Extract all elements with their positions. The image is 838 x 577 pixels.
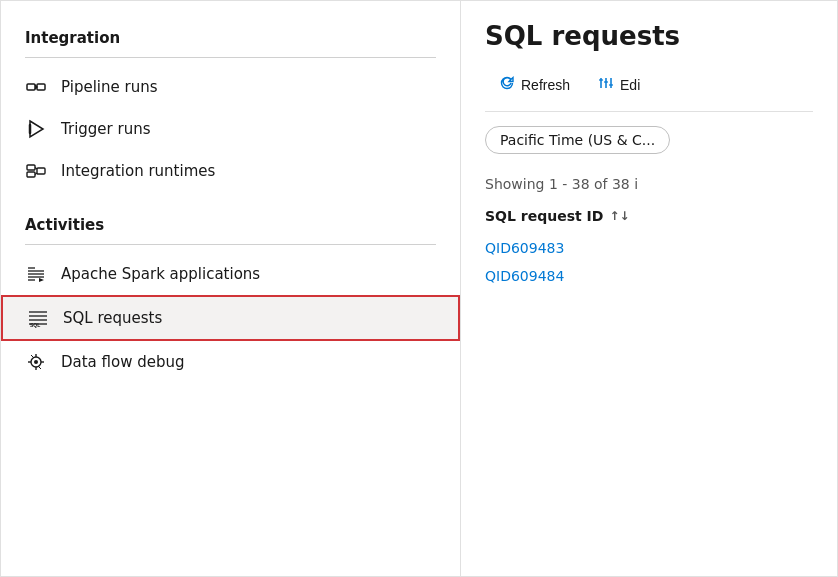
apache-spark-label: Apache Spark applications <box>61 265 260 283</box>
svg-rect-1 <box>37 84 45 90</box>
data-flow-debug-icon <box>25 351 47 373</box>
table-row: QID609484 <box>485 262 813 290</box>
svg-point-22 <box>34 360 38 364</box>
sidebar-item-trigger-runs[interactable]: Trigger runs <box>1 108 460 150</box>
columns-icon <box>598 75 614 95</box>
sql-request-link-1[interactable]: QID609484 <box>485 268 564 284</box>
svg-text:SQL: SQL <box>30 322 40 328</box>
svg-rect-0 <box>27 84 35 90</box>
sql-request-link-0[interactable]: QID609483 <box>485 240 564 256</box>
svg-rect-6 <box>27 172 35 177</box>
timezone-selector[interactable]: Pacific Time (US & C... <box>485 126 670 154</box>
svg-rect-5 <box>27 165 35 170</box>
data-flow-debug-label: Data flow debug <box>61 353 185 371</box>
activities-section-title: Activities <box>1 208 460 240</box>
apache-spark-icon <box>25 263 47 285</box>
integration-section-title: Integration <box>1 21 460 53</box>
table-row: QID609483 <box>485 234 813 262</box>
sql-request-id-column-header: SQL request ID <box>485 208 603 224</box>
sidebar-item-apache-spark[interactable]: Apache Spark applications <box>1 253 460 295</box>
edit-columns-button[interactable]: Edi <box>584 69 654 101</box>
svg-rect-7 <box>37 168 45 174</box>
sql-requests-icon: SQL <box>27 307 49 329</box>
table-header: SQL request ID ↑↓ <box>485 208 813 224</box>
integration-runtimes-label: Integration runtimes <box>61 162 215 180</box>
toolbar: Refresh Edi <box>485 69 813 112</box>
main-content: SQL requests Refresh <box>461 1 837 576</box>
sort-icon[interactable]: ↑↓ <box>609 209 629 223</box>
integration-divider <box>25 57 436 58</box>
trigger-runs-label: Trigger runs <box>61 120 151 138</box>
table-body: QID609483 QID609484 <box>485 234 813 290</box>
refresh-icon <box>499 75 515 95</box>
sidebar: Integration Pipeline runs <box>1 1 461 576</box>
timezone-container: Pacific Time (US & C... <box>485 126 813 164</box>
pipeline-runs-icon <box>25 76 47 98</box>
refresh-label: Refresh <box>521 77 570 93</box>
sidebar-section-integration: Integration Pipeline runs <box>1 21 460 192</box>
svg-marker-3 <box>30 121 43 137</box>
sidebar-section-activities: Activities Apache Spark applications <box>1 208 460 383</box>
sidebar-item-integration-runtimes[interactable]: Integration runtimes <box>1 150 460 192</box>
activities-divider <box>25 244 436 245</box>
refresh-button[interactable]: Refresh <box>485 69 584 101</box>
sql-requests-label: SQL requests <box>63 309 162 327</box>
page-title: SQL requests <box>485 21 813 51</box>
trigger-runs-icon <box>25 118 47 140</box>
sidebar-item-sql-requests[interactable]: SQL SQL requests <box>1 295 460 341</box>
sidebar-item-data-flow-debug[interactable]: Data flow debug <box>1 341 460 383</box>
svg-marker-15 <box>39 278 44 282</box>
pipeline-runs-label: Pipeline runs <box>61 78 157 96</box>
sidebar-item-pipeline-runs[interactable]: Pipeline runs <box>1 66 460 108</box>
edit-label: Edi <box>620 77 640 93</box>
integration-runtimes-icon <box>25 160 47 182</box>
showing-text: Showing 1 - 38 of 38 i <box>485 176 813 192</box>
